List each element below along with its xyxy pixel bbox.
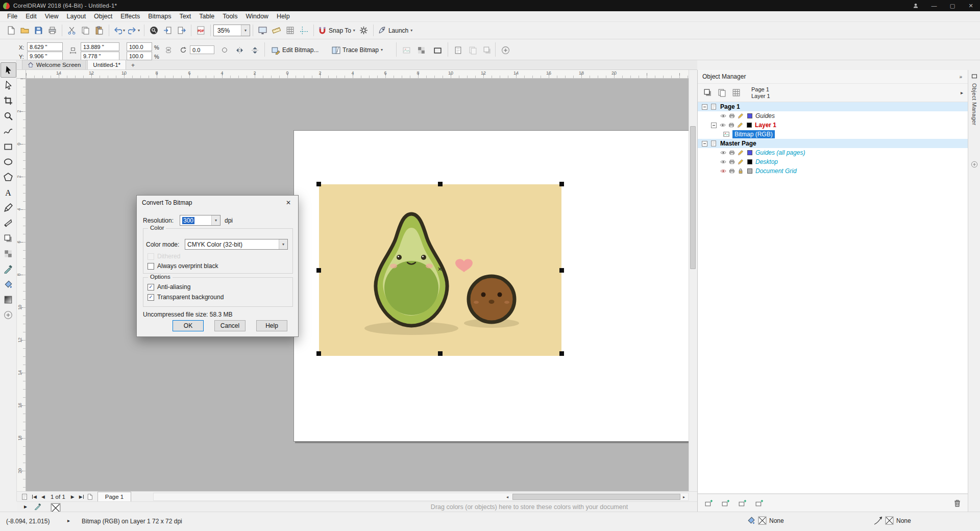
cut-button[interactable] bbox=[65, 23, 79, 37]
docker-chevrons-icon[interactable]: » bbox=[959, 74, 963, 80]
dithered-checkbox[interactable] bbox=[148, 253, 154, 260]
palette-flyout-icon[interactable]: ▸ bbox=[24, 503, 27, 510]
page-tab[interactable]: Page 1 bbox=[97, 492, 131, 501]
lock-icon[interactable] bbox=[738, 168, 744, 174]
new-document-tab-button[interactable]: + bbox=[129, 61, 137, 69]
menu-edit[interactable]: Edit bbox=[21, 12, 41, 21]
y-position-field[interactable]: 9.906 " bbox=[27, 52, 63, 60]
anti-aliasing-checkbox-row[interactable]: ✓ Anti-aliasing bbox=[148, 283, 190, 291]
snap-to-dropdown-icon[interactable]: ▾ bbox=[353, 29, 355, 33]
selection-handle-top-right[interactable] bbox=[559, 182, 564, 186]
round-corner-button[interactable] bbox=[218, 43, 231, 57]
selection-handle-bottom-right[interactable] bbox=[559, 351, 564, 356]
canvas-vertical-scrollbar[interactable] bbox=[689, 70, 697, 491]
snap-to-button[interactable]: Snap To ▾ bbox=[316, 23, 357, 37]
menu-tools[interactable]: Tools bbox=[218, 12, 241, 21]
docker-flyout-icon[interactable]: ▸ bbox=[961, 90, 964, 95]
tree-row-layer-1[interactable]: Layer 1 bbox=[698, 120, 968, 130]
polygon-tool[interactable] bbox=[1, 170, 16, 185]
object-height-field[interactable]: 9.778 " bbox=[81, 52, 119, 60]
editable-pencil-icon[interactable] bbox=[738, 150, 744, 156]
x-position-field[interactable]: 8.629 " bbox=[27, 42, 63, 51]
tree-row-master-page[interactable]: Master Page bbox=[698, 139, 968, 148]
account-button[interactable] bbox=[906, 0, 925, 11]
tree-row-page-1[interactable]: Page 1 bbox=[698, 102, 968, 111]
color-mode-dropdown-icon[interactable]: ▾ bbox=[279, 239, 287, 249]
tree-label[interactable]: Master Page bbox=[720, 140, 756, 147]
copy-button[interactable] bbox=[79, 23, 92, 37]
zoom-tool[interactable] bbox=[1, 108, 16, 124]
visibility-eye-icon[interactable] bbox=[720, 122, 726, 128]
crop-tool[interactable] bbox=[1, 93, 16, 108]
tree-row-guides-all-pages[interactable]: Guides (all pages) bbox=[698, 148, 968, 157]
menu-text[interactable]: Text bbox=[175, 12, 195, 21]
menu-file[interactable]: File bbox=[3, 12, 21, 21]
interactive-fill-tool[interactable] bbox=[1, 292, 16, 307]
zoom-level-combo[interactable]: 35% ▾ bbox=[213, 25, 250, 36]
rectangle-tool[interactable] bbox=[1, 139, 16, 154]
rotation-angle-field[interactable]: 0.0 bbox=[190, 45, 214, 54]
previous-page-button[interactable]: ◀ bbox=[39, 492, 47, 501]
undo-button[interactable]: ▾ bbox=[112, 23, 127, 37]
layer-manager-view-button[interactable] bbox=[730, 87, 742, 99]
tree-label[interactable]: Bitmap (RGB) bbox=[734, 131, 773, 138]
pick-tool[interactable] bbox=[1, 62, 16, 78]
layer-color-swatch[interactable] bbox=[747, 159, 752, 164]
tree-row-desktop[interactable]: Desktop bbox=[698, 157, 968, 166]
printable-icon[interactable] bbox=[728, 122, 734, 128]
new-master-layer-odd-pages-button[interactable] bbox=[736, 497, 748, 509]
scroll-right-icon[interactable]: ▸ bbox=[680, 494, 688, 500]
vertical-ruler[interactable]: 2 0 2 4 6 8 10 12 14 16 18 20 bbox=[17, 79, 26, 491]
tree-row-guides[interactable]: Guides bbox=[698, 111, 968, 120]
fill-indicator[interactable]: None bbox=[747, 516, 784, 525]
open-button[interactable] bbox=[18, 23, 32, 37]
menu-bitmaps[interactable]: Bitmaps bbox=[144, 12, 175, 21]
trace-bitmap-dropdown-icon[interactable]: ▾ bbox=[381, 48, 383, 52]
import-button[interactable] bbox=[161, 23, 175, 37]
palette-eyedropper-icon[interactable] bbox=[34, 503, 41, 510]
resolution-combo[interactable]: 300 ▾ bbox=[180, 215, 220, 226]
transparent-background-checkbox[interactable]: ✓ bbox=[148, 294, 154, 301]
next-page-button[interactable]: ▶ bbox=[68, 492, 77, 501]
selection-handle-middle-left[interactable] bbox=[316, 268, 321, 273]
color-mode-combo[interactable]: CMYK Color (32-bit) ▾ bbox=[185, 239, 288, 250]
show-grid-button[interactable] bbox=[283, 23, 297, 37]
show-object-properties-button[interactable] bbox=[701, 87, 714, 99]
menu-view[interactable]: View bbox=[41, 12, 63, 21]
options-button[interactable] bbox=[357, 23, 371, 37]
printable-icon[interactable] bbox=[729, 113, 735, 119]
status-flyout-icon[interactable]: ▸ bbox=[67, 518, 70, 523]
anti-aliasing-checkbox[interactable]: ✓ bbox=[148, 284, 154, 291]
new-master-layer-even-pages-button[interactable] bbox=[753, 497, 765, 509]
bitmap-border-button[interactable] bbox=[431, 43, 445, 57]
layer-color-swatch[interactable] bbox=[747, 113, 752, 118]
editable-pencil-icon[interactable] bbox=[738, 113, 744, 119]
more-tools-button[interactable] bbox=[1, 307, 16, 323]
dialog-close-button[interactable]: ✕ bbox=[279, 196, 298, 210]
tree-label[interactable]: Document Grid bbox=[755, 167, 797, 175]
drop-shadow-tool[interactable] bbox=[1, 231, 16, 246]
close-button[interactable]: ✕ bbox=[962, 0, 980, 11]
tree-row-document-grid[interactable]: Document Grid bbox=[698, 166, 968, 176]
trace-bitmap-button[interactable]: Trace Bitmap ▾ bbox=[329, 43, 385, 57]
redo-button[interactable]: ▾ bbox=[127, 23, 141, 37]
visibility-eye-off-icon[interactable] bbox=[720, 168, 726, 174]
launch-button[interactable]: Launch ▾ bbox=[376, 23, 414, 37]
maximize-button[interactable]: ▢ bbox=[943, 0, 962, 11]
scale-vertical-field[interactable]: 100.0 bbox=[127, 52, 152, 60]
transparent-background-checkbox-row[interactable]: ✓ Transparent background bbox=[148, 294, 224, 301]
collapse-icon[interactable] bbox=[711, 123, 717, 128]
show-guidelines-button[interactable] bbox=[297, 23, 311, 37]
menu-effects[interactable]: Effects bbox=[116, 12, 144, 21]
edit-across-layers-button[interactable] bbox=[716, 87, 728, 99]
save-button[interactable] bbox=[32, 23, 45, 37]
printable-icon[interactable] bbox=[729, 159, 735, 165]
shape-tool[interactable] bbox=[1, 78, 16, 93]
redo-dropdown-icon[interactable]: ▾ bbox=[138, 29, 140, 33]
quick-customize-button[interactable] bbox=[499, 43, 512, 57]
horizontal-scrollbar-thumb[interactable] bbox=[512, 494, 680, 500]
launch-dropdown-icon[interactable]: ▾ bbox=[410, 29, 412, 33]
printable-icon[interactable] bbox=[729, 150, 735, 156]
first-page-button[interactable]: ◀ bbox=[30, 492, 39, 501]
knife-tool[interactable] bbox=[1, 215, 16, 231]
